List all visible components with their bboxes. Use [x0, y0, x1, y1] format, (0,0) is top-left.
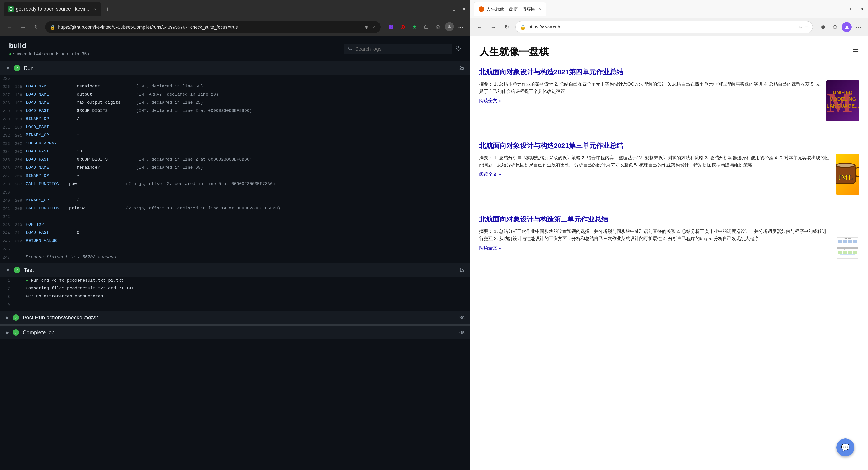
log-line: 229 198 LOAD_FAST GROUP_DIGITS (INT, dec… — [0, 108, 470, 116]
menu-dots-btn[interactable]: ⋯ — [456, 22, 466, 32]
right-menu-btn[interactable]: ⋯ — [854, 22, 864, 32]
toolbar-icons-right: T ⋯ — [818, 22, 864, 32]
test-log-lines: 1 ▶ Run cmd /c fc pcoderesult.txt pi.txt… — [0, 277, 470, 310]
search-logs-box[interactable] — [344, 43, 452, 55]
log-line: 240 208 BINARY_OP / — [0, 197, 470, 205]
extension-icon-3[interactable] — [410, 22, 420, 32]
log-line: 241 209 CALL_FUNCTION printw (2 args, of… — [0, 205, 470, 213]
post-title-1[interactable]: 北航面向对象设计与构造2021第四单元作业总结 — [479, 68, 859, 77]
min-btn-right[interactable]: ─ — [839, 6, 844, 12]
log-line: 235 204 LOAD_FAST GROUP_DIGITS (INT, dec… — [0, 157, 470, 165]
svg-rect-2 — [391, 25, 393, 27]
run-section-header[interactable]: ▼ ✓ Run 2s — [0, 61, 470, 75]
log-line: 245 212 RETURN_VALUE — [0, 238, 470, 246]
right-ext-2[interactable] — [830, 22, 840, 32]
star-icon[interactable]: ☆ — [372, 24, 376, 30]
address-bar-left: ← → ↻ 🔒 https://github.com/kevintsq/C-Su… — [0, 18, 470, 36]
log-line: 233 202 SUBSCR_ARRAY — [0, 140, 470, 148]
url-box-left[interactable]: 🔒 https://github.com/kevintsq/C-Subset-C… — [45, 21, 381, 33]
post-text-2: 摘要： 1. 总结分析自己实现规格所采取的设计策略 2. 结合课程内容，整理基于… — [479, 154, 831, 168]
search-logs-input[interactable] — [355, 46, 448, 52]
svg-point-9 — [448, 25, 450, 27]
post-run-section-header[interactable]: ▶ ✓ Post Run actions/checkout@v2 3s — [0, 310, 470, 325]
test-section-header[interactable]: ▼ ✓ Test 1s — [0, 263, 470, 277]
post-text-1: 摘要： 1. 总结本单元作业的架构设计 2. 总结自己在四个单元中架构设计及OO… — [479, 80, 821, 95]
window-controls-left: ─ □ ✕ — [441, 6, 467, 12]
blog-post-3: 北航面向对象设计与构造第二单元作业总结 摘要： 1. 总结分析三次作业中同步块的… — [479, 215, 859, 277]
svg-text:LANGUAGE...: LANGUAGE... — [827, 103, 859, 109]
back-btn[interactable]: ← — [4, 22, 14, 32]
post-summary-2: 摘要： 1. 总结分析自己实现规格所采取的设计策略 2. 结合课程内容，整理基于… — [479, 154, 859, 195]
reload-btn-right[interactable]: ↻ — [502, 22, 512, 32]
translate-icon[interactable]: ⊕ — [365, 24, 368, 30]
run-check-icon: ✓ — [14, 65, 20, 71]
log-line: 232 201 BINARY_OP + — [0, 132, 470, 140]
back-btn-right[interactable]: ← — [475, 22, 485, 32]
svg-text:MODELING: MODELING — [829, 96, 856, 102]
address-bar-right: ← → ↻ 🔒 https://www.cnb... ⊕ ☆ T ⋯ — [470, 18, 868, 36]
log-line: 8 FC: no differences encountered — [0, 293, 470, 302]
log-line: 236 205 LOAD_NAME remainder (INT, declar… — [0, 165, 470, 173]
tab-active-right[interactable]: 人生就像一盘棋 - 博客园 ✕ — [474, 2, 546, 16]
svg-rect-41 — [838, 251, 842, 254]
tab-close-left[interactable]: ✕ — [93, 6, 96, 11]
new-tab-btn-right[interactable]: ＋ — [548, 3, 558, 15]
svg-rect-42 — [843, 251, 847, 254]
log-line: 9 — [0, 302, 470, 310]
post-image-3: North area South area — [836, 228, 859, 268]
search-icon — [348, 46, 352, 52]
star-icon-right[interactable]: ☆ — [804, 25, 808, 30]
user-avatar[interactable] — [445, 22, 454, 31]
reload-btn[interactable]: ↻ — [32, 22, 41, 32]
url-box-right[interactable]: 🔒 https://www.cnb... ⊕ ☆ — [515, 21, 813, 33]
main-content-left: build ● succeeded 44 seconds ago in 1m 3… — [0, 36, 470, 470]
run-section: ▼ ✓ Run 2s 225 226 — [0, 61, 470, 262]
forward-btn-right[interactable]: → — [488, 22, 498, 32]
log-line: 242 — [0, 213, 470, 222]
run-section-name: Run — [24, 65, 456, 71]
tab-title-left: get ready to open source · kevin... — [16, 6, 91, 12]
extension-icon-1[interactable] — [386, 22, 396, 32]
post-title-3[interactable]: 北航面向对象设计与构造第二单元作业总结 — [479, 215, 859, 224]
post-run-section: ▶ ✓ Post Run actions/checkout@v2 3s — [0, 310, 470, 325]
user-avatar-right[interactable] — [842, 22, 852, 32]
blog-post-2: 北航面向对象设计与构造2021第三单元作业总结 摘要： 1. 总结分析自己实现规… — [479, 141, 859, 204]
complete-section-header[interactable]: ▶ ✓ Complete job 0s — [0, 326, 470, 339]
restore-btn[interactable]: □ — [451, 6, 457, 12]
log-line: 234 203 LOAD_FAST 10 — [0, 148, 470, 157]
post-run-check-icon: ✓ — [13, 314, 19, 321]
minimize-btn[interactable]: ─ — [441, 6, 447, 12]
extension-icon-4[interactable] — [421, 22, 431, 32]
svg-rect-43 — [848, 251, 852, 254]
translate-icon-right[interactable]: ⊕ — [798, 25, 802, 30]
chat-button[interactable]: 💬 — [836, 438, 855, 457]
svg-text:South area: South area — [844, 249, 851, 251]
post-image-2: JML ✦ ✦ ✦ — [836, 154, 859, 195]
test-check-icon: ✓ — [14, 267, 20, 273]
tab-close-right[interactable]: ✕ — [538, 6, 541, 11]
right-ext-1[interactable]: T — [818, 22, 828, 32]
post-run-section-time: 3s — [459, 314, 465, 321]
post-title-2[interactable]: 北航面向对象设计与构造2021第三单元作业总结 — [479, 141, 859, 150]
restore-btn-right[interactable]: □ — [849, 6, 855, 12]
window-controls-right: ─ □ ✕ — [839, 6, 864, 12]
log-line: 246 — [0, 246, 470, 254]
tab-bar-right: 人生就像一盘棋 - 博客园 ✕ ＋ ─ □ ✕ — [470, 0, 868, 18]
log-line: 228 197 LOAD_NAME max_output_digits (INT… — [0, 100, 470, 108]
hamburger-icon[interactable]: ☰ — [852, 45, 859, 54]
settings-btn[interactable] — [456, 46, 461, 53]
tab-active-left[interactable]: get ready to open source · kevin... ✕ — [4, 2, 101, 16]
tab-favicon-left — [8, 6, 13, 12]
log-line: 239 — [0, 189, 470, 197]
read-more-3[interactable]: 阅读全文 » — [479, 245, 501, 251]
read-more-1[interactable]: 阅读全文 » — [479, 98, 501, 104]
close-btn-right[interactable]: ✕ — [859, 6, 864, 12]
extension-icon-2[interactable] — [398, 22, 408, 32]
read-more-2[interactable]: 阅读全文 » — [479, 171, 501, 177]
new-tab-btn-left[interactable]: ＋ — [103, 3, 113, 15]
log-line: 231 200 LOAD_FAST 1 — [0, 124, 470, 132]
close-btn[interactable]: ✕ — [461, 6, 467, 12]
extension-icon-5[interactable] — [433, 22, 443, 32]
forward-btn[interactable]: → — [18, 22, 28, 32]
test-section-name: Test — [24, 267, 456, 273]
